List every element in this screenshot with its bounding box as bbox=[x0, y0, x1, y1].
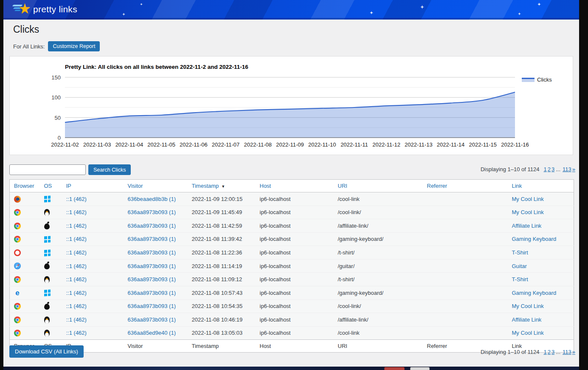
ip-link[interactable]: ::1 (462) bbox=[66, 249, 87, 256]
chart-legend: Clicks bbox=[522, 76, 552, 83]
pagination-top: Displaying 1–10 of 1124123...113» bbox=[481, 166, 575, 172]
pretty-link[interactable]: My Cool Link bbox=[512, 303, 544, 309]
host-cell: ip6-localhost bbox=[256, 246, 334, 260]
page-link-last[interactable]: 113 bbox=[563, 166, 571, 172]
pretty-link[interactable]: Gaming Keyboard bbox=[512, 290, 557, 296]
svg-text:2022-11-09: 2022-11-09 bbox=[276, 141, 304, 148]
download-csv-button[interactable]: Download CSV (All Links) bbox=[9, 345, 84, 358]
pretty-link[interactable]: My Cool Link bbox=[512, 330, 544, 336]
visitor-link[interactable]: 636aa8973b093 (1) bbox=[128, 290, 176, 296]
svg-text:2022-11-16: 2022-11-16 bbox=[501, 141, 529, 148]
visitor-link[interactable]: 636aa8973b093 (1) bbox=[128, 209, 176, 215]
visitor-link[interactable]: 636beaaed8b3b (1) bbox=[128, 196, 176, 202]
windows-icon bbox=[44, 236, 51, 243]
column-header-link[interactable]: Link bbox=[508, 180, 574, 192]
visitor-link[interactable]: 636aa8973b093 (1) bbox=[128, 236, 176, 242]
pagination-summary: Displaying 1–10 of 1124 bbox=[481, 349, 540, 355]
page-link-last[interactable]: 113 bbox=[563, 349, 571, 355]
pretty-link[interactable]: Gaming Keyboard bbox=[512, 236, 557, 242]
visitor-link[interactable]: 636aa8973b093 (1) bbox=[128, 263, 176, 269]
pretty-link[interactable]: Affiliate Link bbox=[512, 316, 542, 323]
svg-text:2022-11-04: 2022-11-04 bbox=[115, 141, 143, 148]
visitor-link[interactable]: 636aa8973b093 (1) bbox=[128, 303, 176, 309]
host-cell: ip6-localhost bbox=[256, 206, 334, 219]
svg-text:2022-11-11: 2022-11-11 bbox=[340, 141, 368, 148]
sparkle-icon bbox=[140, 3, 143, 6]
page-link-1[interactable]: 1 bbox=[543, 349, 546, 355]
admin-page: ★ pretty links Clicks For All Links: Cus… bbox=[3, 0, 579, 367]
visitor-link[interactable]: 636aa8973b093 (1) bbox=[128, 276, 176, 282]
pretty-link[interactable]: My Cool Link bbox=[512, 196, 544, 202]
pretty-links-banner: ★ pretty links bbox=[3, 0, 579, 20]
winged-star-icon: ★ bbox=[13, 3, 31, 16]
column-header-timestamp[interactable]: Timestamp▼ bbox=[188, 180, 256, 192]
ip-link[interactable]: ::1 (462) bbox=[66, 290, 87, 296]
next-page-link[interactable]: » bbox=[572, 349, 575, 355]
page-link-3[interactable]: 3 bbox=[551, 166, 554, 172]
page-link-2[interactable]: 2 bbox=[548, 349, 551, 355]
column-header-referrer[interactable]: Referrer bbox=[423, 180, 508, 192]
visitor-link[interactable]: 636aa8973b093 (1) bbox=[128, 223, 176, 229]
windows-icon bbox=[44, 290, 51, 297]
chrome-icon bbox=[14, 209, 21, 216]
table-row: ::1 (462)636aa8973b093 (1)2022-11-08 11:… bbox=[10, 273, 574, 286]
chrome-icon bbox=[14, 276, 21, 283]
visitor-link[interactable]: 636aa8973b093 (1) bbox=[128, 249, 176, 256]
ip-link[interactable]: ::1 (462) bbox=[66, 303, 87, 309]
timestamp-cell: 2022-11-08 13:05:03 bbox=[188, 326, 256, 340]
page-link-1[interactable]: 1 bbox=[543, 166, 546, 172]
column-header-host[interactable]: Host bbox=[256, 180, 334, 192]
timestamp-cell: 2022-11-08 11:39:42 bbox=[188, 232, 256, 246]
page-link-2[interactable]: 2 bbox=[548, 166, 551, 172]
svg-text:150: 150 bbox=[51, 74, 61, 81]
page-link-3[interactable]: 3 bbox=[551, 349, 554, 355]
pretty-link[interactable]: Affiliate Link bbox=[512, 223, 542, 229]
ip-link[interactable]: ::1 (462) bbox=[66, 196, 87, 202]
apple-icon bbox=[44, 263, 50, 269]
ip-link[interactable]: ::1 (462) bbox=[66, 263, 87, 269]
column-header-visitor[interactable]: Visitor bbox=[124, 180, 188, 192]
customize-report-button[interactable]: Customize Report bbox=[48, 41, 100, 51]
search-clicks-button[interactable]: Search Clicks bbox=[88, 164, 131, 175]
timestamp-cell: 2022-11-08 11:22:36 bbox=[188, 246, 256, 260]
ip-link[interactable]: ::1 (462) bbox=[66, 236, 87, 242]
background-dialog-gray-button[interactable] bbox=[410, 367, 430, 370]
visitor-link[interactable]: 636aa85ed9e40 (1) bbox=[128, 330, 176, 336]
column-header-ip[interactable]: IP bbox=[62, 180, 124, 192]
svg-text:2022-11-10: 2022-11-10 bbox=[308, 141, 336, 148]
chrome-icon bbox=[14, 316, 21, 323]
uri-cell: /affiliate-link/ bbox=[334, 219, 423, 233]
ip-link[interactable]: ::1 (462) bbox=[66, 316, 87, 323]
ip-link[interactable]: ::1 (462) bbox=[66, 209, 87, 215]
ip-link[interactable]: ::1 (462) bbox=[66, 223, 87, 229]
sparkle-icon bbox=[420, 5, 424, 9]
svg-text:0: 0 bbox=[58, 135, 61, 141]
next-page-link[interactable]: » bbox=[572, 166, 575, 172]
pretty-link[interactable]: T-Shirt bbox=[512, 249, 528, 256]
search-input[interactable] bbox=[9, 164, 86, 175]
pretty-link[interactable]: Guitar bbox=[512, 263, 527, 269]
ip-link[interactable]: ::1 (462) bbox=[66, 276, 87, 282]
svg-text:Pretty Link: All clicks on all: Pretty Link: All clicks on all links bet… bbox=[65, 64, 248, 70]
svg-text:2022-11-13: 2022-11-13 bbox=[405, 141, 433, 148]
table-row: ::1 (462)636aa8973b093 (1)2022-11-09 11:… bbox=[10, 206, 574, 219]
timestamp-cell: 2022-11-08 11:09:12 bbox=[188, 273, 256, 286]
sparkle-icon bbox=[122, 13, 125, 16]
pretty-link[interactable]: T-Shirt bbox=[512, 276, 528, 282]
svg-text:2022-11-14: 2022-11-14 bbox=[437, 141, 465, 148]
linux-icon bbox=[44, 276, 50, 283]
pretty-link[interactable]: My Cool Link bbox=[512, 209, 544, 215]
ip-link[interactable]: ::1 (462) bbox=[66, 330, 87, 336]
column-header-browser[interactable]: Browser bbox=[10, 180, 40, 192]
uri-cell: /t-shirt/ bbox=[334, 246, 423, 260]
background-dialog-red-button[interactable] bbox=[384, 367, 405, 370]
visitor-link[interactable]: 636aa8973b093 (1) bbox=[128, 316, 176, 323]
column-header-os[interactable]: OS bbox=[40, 180, 62, 192]
uri-cell: /guitar/ bbox=[334, 259, 423, 273]
pagination-bottom: Displaying 1–10 of 1124123...113» bbox=[481, 349, 575, 355]
host-cell: ip6-localhost bbox=[256, 299, 334, 313]
sort-desc-icon: ▼ bbox=[221, 184, 225, 189]
uri-cell: /affiliate-link/ bbox=[334, 313, 423, 327]
linux-icon bbox=[44, 330, 50, 336]
column-header-uri[interactable]: URI bbox=[334, 180, 423, 192]
